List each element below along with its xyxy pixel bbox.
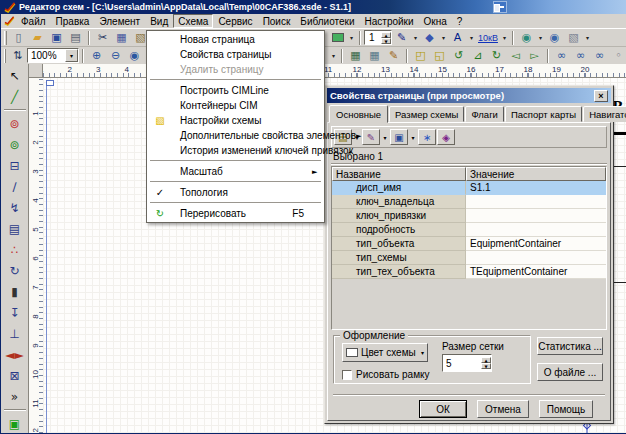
help-book-button[interactable]: ◈ xyxy=(437,129,455,145)
cut-button[interactable]: ✂ xyxy=(93,30,112,46)
tab-main[interactable]: Основные xyxy=(329,105,388,123)
spinner-buttons[interactable]: ▲▼ xyxy=(481,357,491,369)
menubar-item-help[interactable]: ? xyxy=(452,14,468,28)
save-button[interactable]: ▣ xyxy=(47,30,66,46)
busbar-tool[interactable]: ⊟ xyxy=(3,155,27,176)
property-row[interactable]: ключ_привязки xyxy=(332,209,606,223)
grid-size-spinner[interactable]: 5 ▲▼ xyxy=(442,354,492,372)
document-logo-icon[interactable] xyxy=(2,14,16,28)
dialog-close-button[interactable]: × xyxy=(594,90,608,102)
menubar-item-service[interactable]: Сервис xyxy=(213,14,257,28)
menu-item-page-properties[interactable]: Свойства страницы xyxy=(148,47,323,62)
voltage-class-button[interactable]: 10кВ xyxy=(476,30,500,46)
about-file-button[interactable]: О файле ... xyxy=(537,363,603,381)
property-row[interactable]: тип_тех_объектаTEquipmentContainer xyxy=(332,265,606,279)
find-marker-button[interactable]: ◦ xyxy=(609,48,626,64)
print-button[interactable]: ▤ xyxy=(66,30,85,46)
chevron-down-icon[interactable]: ▾ xyxy=(329,48,338,64)
arrow-link-tool[interactable]: ↧ xyxy=(3,302,27,323)
menubar-item-search[interactable]: Поиск xyxy=(258,14,296,28)
menubar-item-libraries[interactable]: Библиотеки xyxy=(295,14,359,28)
bring-front-button[interactable]: ◰ xyxy=(411,48,430,64)
menubar-item-view[interactable]: Вид xyxy=(145,14,173,28)
zoom-in-button[interactable]: ⊕ xyxy=(87,48,106,64)
rotate-left-button[interactable]: ↺ xyxy=(449,48,468,64)
find-next-button[interactable]: ∞ xyxy=(571,48,590,64)
switch-tool[interactable]: ∕ xyxy=(3,176,27,197)
disconnector-tool[interactable]: ↯ xyxy=(3,197,27,218)
rotate-right-button[interactable]: ↻ xyxy=(487,48,506,64)
format-brush-button[interactable]: ✎ xyxy=(384,48,403,64)
property-row[interactable]: подробность xyxy=(332,223,606,237)
cancel-button[interactable]: Отмена xyxy=(477,400,529,418)
spinner-buttons[interactable]: ▲▼ xyxy=(381,32,391,44)
line-tool[interactable]: ╱ xyxy=(3,86,27,107)
background-image-button[interactable]: ▧ xyxy=(564,30,583,46)
menu-item-scale[interactable]: Масштаб► xyxy=(148,164,323,179)
table-edit-button[interactable]: ▦ xyxy=(365,48,384,64)
chevron-down-icon[interactable]: ▾ xyxy=(381,129,389,145)
menu-item-extra-element-properties[interactable]: Дополнительные свойства элементов► xyxy=(148,128,323,143)
toolbar-grip[interactable] xyxy=(4,49,6,63)
chevron-down-icon[interactable]: ▾ xyxy=(347,30,356,46)
scheme-color-button[interactable]: Цвет схемы ▾ xyxy=(342,343,428,362)
tab-flags[interactable]: Флаги xyxy=(465,106,504,122)
transformer-tool[interactable]: ∴ xyxy=(3,239,27,260)
chevron-down-icon[interactable]: ▾ xyxy=(439,30,448,46)
spin-down-icon[interactable]: ▼ xyxy=(481,363,491,369)
zoom-level-combo[interactable]: 100%▾ xyxy=(27,48,79,63)
tab-navigator[interactable]: Навигатор xyxy=(583,106,626,122)
menubar-item-element[interactable]: Элемент xyxy=(94,14,145,28)
scale-mode-button[interactable]: ⇅ xyxy=(8,48,27,64)
ok-button[interactable]: ОК xyxy=(419,400,467,418)
select-tool[interactable]: ↖ xyxy=(3,65,27,86)
menu-item-build-cimline[interactable]: Построить CIMLine xyxy=(148,83,323,98)
menu-item-new-page[interactable]: Новая страница xyxy=(148,32,323,47)
meter-tool[interactable]: ▤ xyxy=(3,218,27,239)
new-button[interactable]: ▯ xyxy=(9,30,28,46)
open-button[interactable]: ▰ xyxy=(28,30,47,46)
find-button[interactable]: ∞ xyxy=(552,48,571,64)
edit-properties-button[interactable]: ✎ xyxy=(362,129,380,145)
zoom-actual-button[interactable]: ◉ xyxy=(125,48,144,64)
menu-item-cim-containers[interactable]: Контейнеры CIM xyxy=(148,98,323,113)
spin-down-icon[interactable]: ▼ xyxy=(381,38,391,44)
battery-tool[interactable]: ▮ xyxy=(3,281,27,302)
help-button[interactable]: Помощь xyxy=(539,400,593,418)
chevron-down-icon[interactable]: ▾ xyxy=(500,30,509,46)
table-button[interactable]: ▦ xyxy=(346,48,365,64)
fill-color-swatch-button[interactable] xyxy=(328,30,347,46)
property-row[interactable]: тип_схемы xyxy=(332,251,606,265)
stamp-node-element[interactable]: ▣ xyxy=(3,413,27,433)
chevron-down-icon[interactable]: ▾ xyxy=(583,30,592,46)
menu-item-topology[interactable]: ✓Топология xyxy=(148,185,323,200)
chevron-down-icon[interactable]: ▾ xyxy=(411,30,420,46)
world-map-button[interactable]: ◉ xyxy=(545,30,564,46)
copy-button[interactable]: ▦ xyxy=(112,30,131,46)
menubar-item-scheme[interactable]: Схема xyxy=(173,14,213,28)
more-tools-chevron[interactable]: » xyxy=(3,386,27,407)
pen-style-button[interactable]: ✎ xyxy=(392,30,411,46)
tab-scheme-size[interactable]: Размер схемы xyxy=(389,106,464,122)
menubar-item-file[interactable]: Файл xyxy=(16,14,51,28)
property-row[interactable]: ключ_владельца xyxy=(332,195,606,209)
fill-style-button[interactable]: ◆ xyxy=(420,30,439,46)
ground-tool[interactable]: ⊥ xyxy=(3,323,27,344)
menubar-item-windows[interactable]: Окна xyxy=(419,14,452,28)
dialog-titlebar[interactable]: Свойства страницы (при просмотре) × xyxy=(327,88,611,103)
node-red-tool[interactable]: ⊚ xyxy=(3,113,27,134)
font-color-button[interactable]: A xyxy=(448,30,467,46)
zoom-out-button[interactable]: ⊖ xyxy=(106,48,125,64)
flip-horizontal-button[interactable]: ◅ xyxy=(506,48,525,64)
property-row[interactable]: дисп_имяS1.1 xyxy=(332,181,606,195)
property-row[interactable]: тип_объектаEquipmentContainer xyxy=(332,237,606,251)
chevron-down-icon[interactable]: ▾ xyxy=(65,49,78,62)
flip-vertical-button[interactable]: ▻ xyxy=(525,48,544,64)
draw-frame-checkbox[interactable] xyxy=(342,370,352,380)
chevron-down-icon[interactable]: ▾ xyxy=(536,30,545,46)
chevron-down-icon[interactable]: ▾ xyxy=(467,30,476,46)
statistics-button[interactable]: Статистика ... xyxy=(537,337,603,355)
window-properties-button[interactable]: ▣ xyxy=(390,129,408,145)
menu-item-scheme-settings[interactable]: ▧Настройки схемы xyxy=(148,113,323,128)
find-all-button[interactable]: ∞ xyxy=(590,48,609,64)
